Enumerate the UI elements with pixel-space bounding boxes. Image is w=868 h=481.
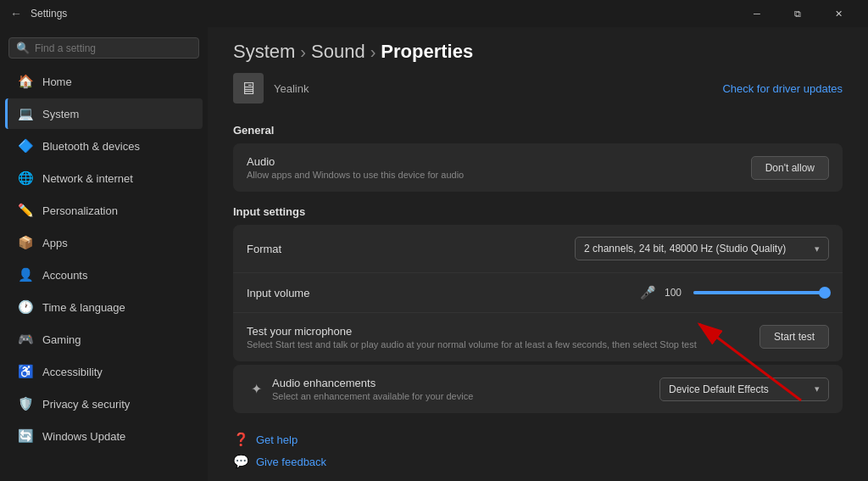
sidebar-item-apps[interactable]: 📦 Apps <box>5 227 203 258</box>
enhancements-desc: Select an enhancement available for your… <box>272 391 473 401</box>
dont-allow-button[interactable]: Don't allow <box>751 156 829 180</box>
test-mic-info: Test your microphone Select Start test a… <box>247 325 697 350</box>
volume-controls: 🎤 100 <box>640 285 829 300</box>
start-test-button[interactable]: Start test <box>760 325 829 349</box>
sidebar-item-home-label: Home <box>42 76 72 88</box>
audio-info: Audio Allow apps and Windows to use this… <box>247 155 464 180</box>
sidebar-item-accessibility[interactable]: ♿ Accessibility <box>5 356 203 387</box>
apps-icon: 📦 <box>17 234 34 251</box>
search-icon: 🔍 <box>16 42 30 54</box>
sidebar-item-personalization-label: Personalization <box>42 204 118 217</box>
close-button[interactable]: ✕ <box>819 0 858 27</box>
accounts-icon: 👤 <box>17 266 34 283</box>
sidebar-item-bluetooth[interactable]: 🔷 Bluetooth & devices <box>5 131 203 161</box>
sidebar-item-time-label: Time & language <box>42 301 125 314</box>
main-layout: 🔍 🏠 Home 💻 System 🔷 Bluetooth & devices … <box>0 27 868 481</box>
slider-fill <box>693 291 829 294</box>
enhancements-dropdown-value: Device Default Effects <box>669 383 769 395</box>
sidebar-item-system[interactable]: 💻 System <box>5 98 203 129</box>
back-button[interactable]: ← <box>10 7 22 20</box>
home-icon: 🏠 <box>17 73 34 90</box>
audio-label: Audio <box>247 155 464 168</box>
breadcrumb-system[interactable]: System <box>233 41 295 63</box>
volume-slider[interactable] <box>693 291 829 294</box>
time-icon: 🕐 <box>17 299 34 316</box>
sidebar-item-personalization[interactable]: ✏️ Personalization <box>5 195 203 226</box>
get-help-icon: ❓ <box>233 432 249 447</box>
input-volume-row: Input volume 🎤 100 <box>233 273 843 313</box>
give-feedback-icon: 💬 <box>233 454 249 469</box>
sidebar-item-accessibility-label: Accessibility <box>42 366 103 378</box>
audio-row: Audio Allow apps and Windows to use this… <box>233 143 843 192</box>
bottom-links: ❓ Get help 💬 Give feedback <box>233 420 843 481</box>
system-icon: 💻 <box>17 105 34 122</box>
enhancements-info: Audio enhancements Select an enhancement… <box>272 377 473 401</box>
sidebar-item-privacy-label: Privacy & security <box>42 398 130 411</box>
network-icon: 🌐 <box>17 170 34 187</box>
sidebar: 🔍 🏠 Home 💻 System 🔷 Bluetooth & devices … <box>0 27 208 481</box>
give-feedback-label: Give feedback <box>256 456 326 468</box>
volume-value: 100 <box>665 287 685 299</box>
device-icon: 🖥 <box>233 73 264 103</box>
format-dropdown-chevron: ▾ <box>815 243 820 254</box>
sidebar-item-apps-label: Apps <box>42 237 68 249</box>
enhancements-label: Audio enhancements <box>272 377 473 389</box>
sidebar-item-bluetooth-label: Bluetooth & devices <box>42 140 140 153</box>
restore-button[interactable]: ⧉ <box>778 0 817 27</box>
audio-enhancements-card: ✦ Audio enhancements Select an enhanceme… <box>233 365 843 413</box>
general-section-header: General <box>233 114 843 143</box>
get-help-link[interactable]: ❓ Get help <box>233 428 817 450</box>
give-feedback-link[interactable]: 💬 Give feedback <box>233 450 817 473</box>
app-title: Settings <box>31 8 737 20</box>
audio-desc: Allow apps and Windows to use this devic… <box>247 170 464 180</box>
enhancements-icon: ✦ <box>247 380 265 399</box>
test-mic-label: Test your microphone <box>247 325 697 338</box>
windows-update-icon: 🔄 <box>17 428 34 445</box>
general-card: Audio Allow apps and Windows to use this… <box>233 143 843 192</box>
sidebar-item-home[interactable]: 🏠 Home <box>5 66 203 97</box>
window-controls: ─ ⧉ ✕ <box>737 0 858 27</box>
enhancements-dropdown-chevron: ▾ <box>815 383 820 394</box>
content-area: System › Sound › Properties 🖥 Yealink Ch… <box>208 27 868 481</box>
audio-enhancements-row: ✦ Audio enhancements Select an enhanceme… <box>233 365 843 413</box>
breadcrumb-sep-1: › <box>300 42 306 62</box>
minimize-button[interactable]: ─ <box>737 0 776 27</box>
sidebar-item-network-label: Network & internet <box>42 172 133 185</box>
mic-icon: 🎤 <box>640 285 656 300</box>
format-dropdown[interactable]: 2 channels, 24 bit, 48000 Hz (Studio Qua… <box>575 237 829 260</box>
driver-update-link[interactable]: Check for driver updates <box>722 82 843 95</box>
slider-thumb <box>819 287 831 299</box>
breadcrumb-sep-2: › <box>370 42 376 62</box>
enhancements-left: ✦ Audio enhancements Select an enhanceme… <box>247 377 473 401</box>
get-help-label: Get help <box>256 433 298 446</box>
sidebar-item-windows-update[interactable]: 🔄 Windows Update <box>5 421 203 451</box>
content-inner: General Audio Allow apps and Windows to … <box>208 114 868 481</box>
personalization-icon: ✏️ <box>17 202 34 219</box>
sidebar-item-system-label: System <box>42 108 79 120</box>
sidebar-item-gaming[interactable]: 🎮 Gaming <box>5 324 203 355</box>
search-box[interactable]: 🔍 <box>8 37 199 59</box>
sidebar-item-network[interactable]: 🌐 Network & internet <box>5 163 203 193</box>
sidebar-item-accounts-label: Accounts <box>42 269 87 282</box>
format-row: Format 2 channels, 24 bit, 48000 Hz (Stu… <box>233 225 843 273</box>
sidebar-item-privacy[interactable]: 🛡️ Privacy & security <box>5 389 203 419</box>
sidebar-item-gaming-label: Gaming <box>42 333 81 346</box>
breadcrumb-sound[interactable]: Sound <box>311 41 365 63</box>
device-name: Yealink <box>274 82 309 95</box>
device-info: 🖥 Yealink <box>233 73 309 103</box>
format-label: Format <box>247 243 281 255</box>
gaming-icon: 🎮 <box>17 331 34 348</box>
search-input[interactable] <box>35 42 192 54</box>
input-settings-header: Input settings <box>233 195 843 225</box>
input-settings-card: Format 2 channels, 24 bit, 48000 Hz (Stu… <box>233 225 843 361</box>
privacy-icon: 🛡️ <box>17 395 34 412</box>
breadcrumb: System › Sound › Properties <box>208 27 868 71</box>
input-volume-label: Input volume <box>247 287 309 299</box>
sidebar-item-time[interactable]: 🕐 Time & language <box>5 292 203 322</box>
content-wrapper: System › Sound › Properties 🖥 Yealink Ch… <box>208 27 868 481</box>
device-row: 🖥 Yealink Check for driver updates <box>208 71 868 114</box>
breadcrumb-current: Properties <box>381 41 473 63</box>
test-mic-row: Test your microphone Select Start test a… <box>233 313 843 361</box>
sidebar-item-accounts[interactable]: 👤 Accounts <box>5 260 203 290</box>
enhancements-dropdown[interactable]: Device Default Effects ▾ <box>659 378 829 401</box>
